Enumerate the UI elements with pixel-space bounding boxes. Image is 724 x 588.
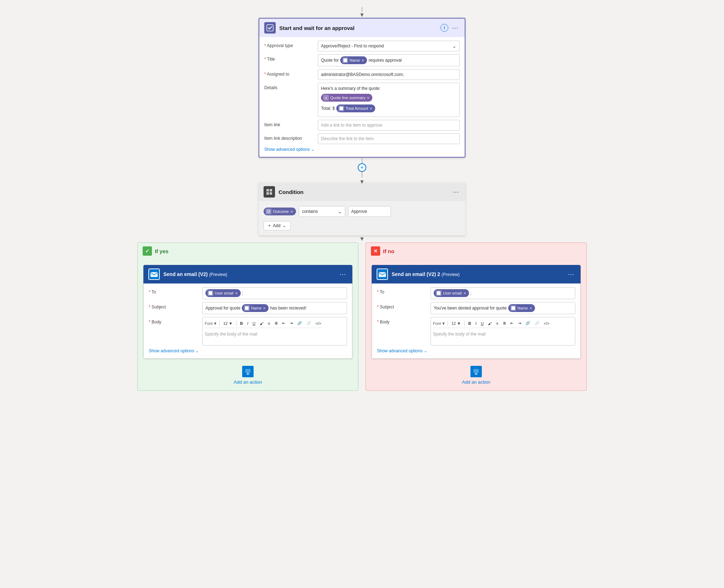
add-step-button[interactable]: + <box>358 163 366 172</box>
token-icon <box>342 57 348 63</box>
link-button-yes[interactable]: 🔗 <box>296 320 304 326</box>
item-link-desc-input[interactable]: Describe the link to the item <box>318 133 460 144</box>
details-input[interactable]: Here's a summary of the quote: x Quote l… <box>318 83 460 117</box>
indent-left-button-yes[interactable]: ⇤ <box>281 320 287 326</box>
plus-connector[interactable]: + <box>358 158 366 179</box>
token-fx-icon: x <box>323 95 329 101</box>
dropdown-arrow-icon: ⌄ <box>452 43 457 49</box>
body-placeholder-yes: Specify the body of the mail <box>205 332 257 337</box>
token-close-icon[interactable]: ✕ <box>290 210 293 214</box>
assigned-to-label: * Assigned to <box>264 69 314 77</box>
body-label-no: * Body <box>377 317 427 324</box>
svg-rect-4 <box>266 189 269 191</box>
dropdown-arrow-icon: ▼ <box>213 321 217 326</box>
email-no-title: Send an email (V2) 2 (Preview) <box>392 271 564 277</box>
approval-type-dropdown[interactable]: Approve/Reject - First to respond ⌄ <box>318 41 460 51</box>
color-button-no[interactable]: 🖌 <box>486 321 493 326</box>
italic-button-no[interactable]: I <box>474 321 478 326</box>
unlink-button-no[interactable]: 🔗 <box>533 320 541 326</box>
font-select-no[interactable]: Font ▼ <box>433 321 445 326</box>
dropdown-arrow-icon: ▼ <box>442 321 445 326</box>
item-link-desc-row: Item link description Describe the link … <box>264 133 460 144</box>
condition-more-button[interactable]: ⋯ <box>452 187 460 196</box>
email-icon <box>148 269 160 280</box>
condition-row: Outcome ✕ contains ⌄ Approve <box>264 206 460 217</box>
details-line3: Total: $ Total Amount ✕ <box>321 104 457 112</box>
font-size-no[interactable]: 12 ▼ <box>450 321 462 326</box>
body-input-yes[interactable]: Font ▼ 12 ▼ B <box>202 317 347 346</box>
underline-button-no[interactable]: U <box>479 321 485 326</box>
token-close-icon[interactable]: ✕ <box>361 58 364 62</box>
unlink-button-yes[interactable]: 🔗 <box>305 320 313 326</box>
svg-rect-5 <box>270 189 272 191</box>
underline-button-yes[interactable]: U <box>251 321 257 326</box>
add-condition-button[interactable]: + Add ⌄ <box>264 221 291 230</box>
approval-card-title: Start and wait for an approval <box>279 25 437 31</box>
numbered-list-button-no[interactable]: ≣ <box>501 320 508 326</box>
add-action-yes[interactable]: Add an action <box>234 366 262 385</box>
subject-input-no[interactable]: You've been denied approval for quote Na… <box>430 302 575 314</box>
token-close-icon[interactable]: ✕ <box>369 107 372 111</box>
numbered-list-button-yes[interactable]: ≣ <box>273 320 279 326</box>
to-label-yes: * To <box>149 287 199 295</box>
email-yes-title: Send an email (V2) (Preview) <box>163 271 335 277</box>
token-db-icon-no <box>436 290 442 296</box>
indent-right-button-no[interactable]: ⇥ <box>516 320 522 326</box>
condition-value-input[interactable]: Approve <box>348 206 391 217</box>
token-close-icon[interactable]: ✕ <box>463 291 466 295</box>
chevron-down-icon: ⌄ <box>424 348 427 353</box>
body-row-no: * Body Font ▼ 12 <box>377 317 575 346</box>
assigned-to-input[interactable]: administrator@BASDemo.onmicrosoft.com; <box>318 69 460 80</box>
indent-left-button-no[interactable]: ⇤ <box>509 320 515 326</box>
bold-button-no[interactable]: B <box>467 321 473 326</box>
bullet-list-button-no[interactable]: ≡ <box>495 321 500 326</box>
token-close-icon[interactable]: ✕ <box>235 291 238 295</box>
code-button-no[interactable]: </> <box>542 321 551 326</box>
token-close-icon[interactable]: ✕ <box>263 306 266 310</box>
more-options-button[interactable]: ⋯ <box>451 23 460 32</box>
link-button-no[interactable]: 🔗 <box>524 320 532 326</box>
font-select-yes[interactable]: Font ▼ <box>205 321 217 326</box>
operator-dropdown[interactable]: contains ⌄ <box>299 206 345 217</box>
body-input-no[interactable]: Font ▼ 12 ▼ B <box>430 317 575 346</box>
subject-label-no: * Subject <box>377 302 427 310</box>
branches-container: ✓ If yes Send <box>137 242 587 391</box>
to-input-no[interactable]: User email ✕ ; <box>430 287 575 299</box>
token-icon-approval <box>266 209 271 214</box>
token-db-icon <box>208 290 213 296</box>
italic-button-yes[interactable]: I <box>246 321 250 326</box>
item-link-input[interactable]: Add a link to the item to approve <box>318 120 460 131</box>
title-input[interactable]: Quote for Name ✕ requires approval <box>318 54 460 66</box>
title-suffix-text: requires approval <box>368 58 402 63</box>
indent-right-button-yes[interactable]: ⇥ <box>288 320 294 326</box>
code-button-yes[interactable]: </> <box>314 321 323 326</box>
name-token-yes: Name ✕ <box>242 304 269 312</box>
bullet-list-button-yes[interactable]: ≡ <box>266 321 271 326</box>
add-action-no[interactable]: Add an action <box>462 366 490 385</box>
svg-rect-3 <box>340 107 343 110</box>
info-button[interactable]: i <box>440 24 448 32</box>
svg-rect-6 <box>266 192 269 195</box>
token-close-icon[interactable]: ✕ <box>367 96 369 100</box>
bold-button-yes[interactable]: B <box>239 321 244 326</box>
show-advanced-no[interactable]: Show advanced options ⌄ <box>377 348 575 353</box>
svg-rect-11 <box>209 291 212 295</box>
svg-point-8 <box>267 210 270 213</box>
email-yes-more-button[interactable]: ⋯ <box>339 270 347 279</box>
subject-row-no: * Subject You've been denied approval fo… <box>377 302 575 314</box>
show-advanced-yes[interactable]: Show advanced options ⌄ <box>149 348 347 353</box>
to-label-no: * To <box>377 287 427 295</box>
color-button-yes[interactable]: 🖌 <box>258 321 265 326</box>
approval-type-row: * Approval type Approve/Reject - First t… <box>264 41 460 51</box>
details-label: Details <box>264 83 314 90</box>
to-input-yes[interactable]: User email ✕ ; <box>202 287 347 299</box>
to-row-yes: * To User email ✕ ; <box>149 287 347 299</box>
font-size-yes[interactable]: 12 ▼ <box>222 321 234 326</box>
branch-no-label: If no <box>383 248 394 254</box>
email-no-more-button[interactable]: ⋯ <box>567 270 576 279</box>
token-close-icon[interactable]: ✕ <box>529 306 532 310</box>
approval-type-label: * Approval type <box>264 41 314 48</box>
show-advanced-approval[interactable]: Show advanced options ⌄ <box>264 147 460 152</box>
subject-input-yes[interactable]: Approval for quote Name ✕ has been recie… <box>202 302 347 314</box>
email-toolbar-no: Font ▼ 12 ▼ B <box>433 319 551 328</box>
